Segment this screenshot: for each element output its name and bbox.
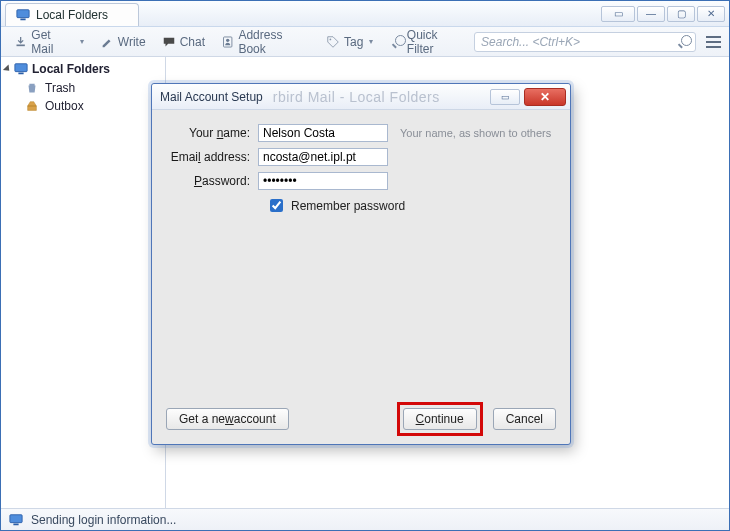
- name-label: Your name:: [170, 126, 258, 140]
- tag-label: Tag: [344, 35, 363, 49]
- window-minimize-button[interactable]: —: [637, 6, 665, 22]
- tree-item-label: Outbox: [45, 99, 84, 113]
- tab-strip: Local Folders: [5, 1, 601, 26]
- name-input[interactable]: [258, 124, 388, 142]
- expand-icon: [3, 64, 12, 73]
- remember-password-label: Remember password: [291, 199, 405, 213]
- monitor-icon: [14, 62, 28, 76]
- continue-button[interactable]: Continue: [403, 408, 477, 430]
- write-label: Write: [118, 35, 146, 49]
- window-close-button[interactable]: ✕: [697, 6, 725, 22]
- continue-highlight: Continue: [397, 402, 483, 436]
- trash-icon: [25, 81, 39, 95]
- app-menu-button[interactable]: [704, 32, 723, 52]
- chat-button[interactable]: Chat: [155, 32, 212, 52]
- window-controls: ▭ — ▢ ✕: [601, 6, 725, 22]
- search-icon: [675, 35, 689, 49]
- main-tab-local-folders[interactable]: Local Folders: [5, 3, 139, 26]
- quick-filter-button[interactable]: Quick Filter: [382, 25, 472, 59]
- address-book-label: Address Book: [238, 28, 310, 56]
- window-titlebar: Local Folders ▭ — ▢ ✕: [1, 1, 729, 27]
- status-message: Sending login information...: [31, 513, 176, 527]
- mail-account-setup-dialog: Mail Account Setup rbird Mail - Local Fo…: [151, 83, 571, 445]
- email-label: Email address:: [170, 150, 258, 164]
- search-icon: [389, 35, 402, 49]
- search-placeholder: Search... <Ctrl+K>: [481, 35, 580, 49]
- chevron-down-icon: ▾: [80, 37, 84, 46]
- quick-filter-label: Quick Filter: [407, 28, 465, 56]
- dialog-close-button[interactable]: ✕: [524, 88, 566, 106]
- tab-label: Local Folders: [36, 8, 108, 22]
- tree-root-local-folders[interactable]: Local Folders: [1, 59, 165, 79]
- svg-rect-0: [17, 10, 29, 18]
- dialog-help-button[interactable]: ▭: [490, 89, 520, 105]
- tree-root-label: Local Folders: [32, 62, 110, 76]
- tag-button[interactable]: Tag ▾: [319, 32, 380, 52]
- tag-icon: [326, 35, 340, 49]
- download-icon: [14, 35, 27, 49]
- svg-rect-9: [13, 523, 18, 525]
- pencil-icon: [100, 35, 114, 49]
- chat-icon: [162, 35, 176, 49]
- global-search-input[interactable]: Search... <Ctrl+K>: [474, 32, 696, 52]
- tree-item-trash[interactable]: Trash: [1, 79, 165, 97]
- dialog-title: Mail Account Setup: [160, 90, 263, 104]
- address-book-button[interactable]: Address Book: [214, 25, 317, 59]
- get-mail-button[interactable]: Get Mail ▾: [7, 25, 91, 59]
- write-button[interactable]: Write: [93, 32, 153, 52]
- svg-point-4: [226, 38, 229, 41]
- background-title-blur: rbird Mail - Local Folders: [273, 89, 440, 105]
- name-hint: Your name, as shown to others: [400, 127, 551, 139]
- address-book-icon: [221, 35, 234, 49]
- svg-rect-1: [20, 19, 25, 21]
- window-maximize-button[interactable]: ▢: [667, 6, 695, 22]
- email-input[interactable]: [258, 148, 388, 166]
- dialog-footer: Get a new account Continue Cancel: [152, 400, 570, 444]
- svg-point-5: [330, 38, 332, 40]
- outbox-icon: [25, 99, 39, 113]
- monitor-icon: [16, 8, 30, 22]
- get-new-account-button[interactable]: Get a new account: [166, 408, 289, 430]
- password-input[interactable]: [258, 172, 388, 190]
- remember-password-checkbox[interactable]: [270, 199, 283, 212]
- status-bar: Sending login information...: [1, 508, 729, 530]
- dialog-titlebar: Mail Account Setup rbird Mail - Local Fo…: [152, 84, 570, 110]
- window-extra-button[interactable]: ▭: [601, 6, 635, 22]
- svg-rect-8: [10, 514, 22, 522]
- chat-label: Chat: [180, 35, 205, 49]
- folder-sidebar: Local Folders Trash Outbox: [1, 57, 166, 508]
- password-label: Password:: [170, 174, 258, 188]
- tree-item-outbox[interactable]: Outbox: [1, 97, 165, 115]
- monitor-icon: [9, 513, 23, 527]
- get-mail-label: Get Mail: [31, 28, 74, 56]
- chevron-down-icon: ▾: [369, 37, 373, 46]
- dialog-body: Your name: Your name, as shown to others…: [152, 110, 570, 400]
- svg-rect-2: [16, 44, 24, 46]
- svg-rect-6: [15, 64, 27, 72]
- svg-rect-7: [18, 73, 23, 75]
- cancel-button[interactable]: Cancel: [493, 408, 556, 430]
- main-toolbar: Get Mail ▾ Write Chat Address Book Tag ▾…: [1, 27, 729, 57]
- tree-item-label: Trash: [45, 81, 75, 95]
